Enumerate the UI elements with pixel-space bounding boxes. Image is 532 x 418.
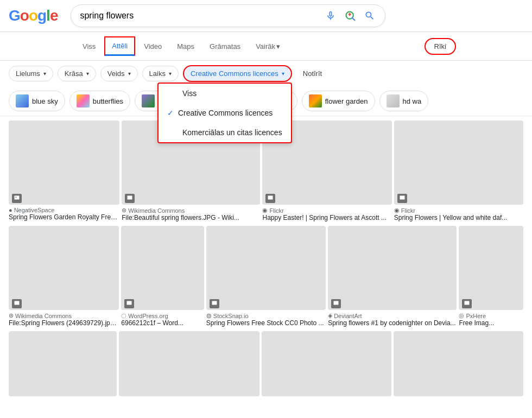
image-source: ◈ DeviantArt: [328, 312, 457, 319]
suggestion-flower-garden[interactable]: flower garden: [302, 91, 375, 111]
image-badge: [210, 299, 219, 308]
svg-rect-8: [127, 301, 132, 305]
image-source: ● NegativeSpace: [9, 207, 119, 213]
image-card[interactable]: [9, 331, 117, 396]
image-source: ◉ Flickr: [262, 207, 391, 214]
image-info: ◉ Flickr Spring Flowers | Yellow and whi…: [394, 205, 523, 224]
tab-maps[interactable]: Maps: [170, 38, 201, 55]
image-info: ◎ PxHere Free Imag...: [459, 310, 523, 329]
riki-button[interactable]: Rīki: [425, 38, 456, 55]
veids-label: Veids: [107, 69, 125, 78]
filter-row: Lielums ▾ Krāsa ▾ Veids ▾ Laiks ▾ Creati…: [0, 61, 532, 86]
image-thumbnail: [119, 331, 259, 396]
source-icon: ◌: [121, 312, 126, 319]
voice-search-icon[interactable]: [324, 9, 337, 22]
source-icon: ⊛: [9, 312, 14, 319]
dropdown-komercialas-label: Komerciālas un citas licences: [182, 128, 282, 137]
lielums-chevron-icon: ▾: [43, 71, 46, 77]
image-card[interactable]: ◈ DeviantArt Spring flowers #1 by codeni…: [328, 226, 457, 329]
image-source: ⊛ Wikimedia Commons: [122, 207, 260, 214]
veids-chevron-icon: ▾: [128, 71, 131, 77]
source-icon: ◎: [459, 312, 464, 319]
image-card[interactable]: [119, 331, 259, 396]
image-badge: [331, 299, 341, 308]
image-card[interactable]: ◍ StockSnap.io Spring Flowers Free Stock…: [206, 226, 326, 329]
usage-rights-chevron-icon: ▾: [282, 71, 284, 77]
dropdown-viss-label: Viss: [182, 89, 197, 98]
suggestion-hd-wa[interactable]: hd wa: [379, 91, 429, 111]
image-info: ◌ WordPress.org 6966212c1f – Word...: [121, 310, 204, 329]
search-input[interactable]: [80, 11, 324, 21]
source-name: Wikimedia Commons: [128, 207, 185, 214]
svg-rect-7: [15, 301, 20, 305]
image-badge: [12, 194, 22, 203]
svg-rect-11: [465, 301, 470, 305]
image-title: Free Imag...: [459, 319, 523, 327]
image-title: Spring flowers #1 by codenighter on Devi…: [328, 319, 457, 327]
image-thumbnail: [262, 331, 391, 396]
laiks-label: Laiks: [149, 69, 166, 78]
image-thumbnail: [9, 121, 119, 205]
search-bar: [71, 4, 385, 27]
source-name: Flickr: [269, 207, 283, 214]
image-card[interactable]: [394, 331, 523, 396]
image-info: ● NegativeSpace Spring Flowers Garden Ro…: [9, 205, 119, 223]
header: Google: [0, 0, 532, 32]
lielums-filter[interactable]: Lielums ▾: [9, 66, 53, 81]
krasa-label: Krāsa: [65, 69, 83, 78]
source-name: Wikimedia Commons: [15, 313, 72, 319]
laiks-chevron-icon: ▾: [169, 71, 172, 77]
lielums-label: Lielums: [16, 69, 40, 78]
search-icon[interactable]: [363, 9, 376, 22]
source-name: DeviantArt: [334, 313, 362, 319]
suggestion-butterflies[interactable]: butterflies: [69, 91, 130, 111]
tab-gramatas[interactable]: Grāmatas: [203, 38, 247, 55]
image-card[interactable]: [262, 331, 391, 396]
image-card[interactable]: ◎ PxHere Free Imag...: [459, 226, 523, 329]
image-thumbnail: [9, 331, 117, 396]
image-info: ⊛ Wikimedia Commons File:Spring Flowers …: [9, 310, 119, 329]
image-info: ◈ DeviantArt Spring flowers #1 by codeni…: [328, 310, 457, 329]
tab-vairak-label: Vairāk: [256, 42, 275, 50]
tab-video[interactable]: Video: [137, 38, 168, 55]
image-source: ◍ StockSnap.io: [206, 312, 326, 319]
veids-filter[interactable]: Veids ▾: [100, 66, 138, 81]
dropdown-item-viss[interactable]: Viss: [159, 84, 291, 103]
source-name: NegativeSpace: [14, 207, 55, 213]
tab-atteli[interactable]: Attēli: [104, 36, 135, 56]
image-card[interactable]: ◉ Flickr Spring Flowers | Yellow and whi…: [394, 121, 523, 224]
source-name: StockSnap.io: [213, 313, 249, 319]
chip-thumb-butterflies: [77, 94, 90, 107]
image-title: Happy Easter! | Spring Flowers at Ascott…: [262, 214, 391, 221]
image-info: ◍ StockSnap.io Spring Flowers Free Stock…: [206, 310, 326, 329]
usage-rights-filter[interactable]: Creative Commons licences ▾: [183, 65, 292, 82]
suggestion-blue-sky[interactable]: blue sky: [9, 91, 65, 111]
image-info: ⊛ Wikimedia Commons File:Beautiful sprin…: [122, 205, 260, 224]
lens-icon[interactable]: [344, 9, 357, 22]
laiks-filter[interactable]: Laiks ▾: [142, 66, 179, 81]
image-source: ◌ WordPress.org: [121, 312, 204, 319]
svg-rect-4: [128, 196, 132, 200]
krasa-filter[interactable]: Krāsa ▾: [58, 66, 96, 81]
chip-thumb-hd-wa: [387, 94, 400, 107]
image-card[interactable]: ◌ WordPress.org 6966212c1f – Word...: [121, 226, 204, 329]
image-thumbnail: [9, 226, 119, 310]
image-card[interactable]: ⊛ Wikimedia Commons File:Spring Flowers …: [9, 226, 119, 329]
svg-rect-5: [268, 196, 273, 200]
dropdown-cc-label: Creative Commons licences: [178, 109, 273, 117]
image-title: Spring Flowers Garden Royalty Free ...: [9, 213, 119, 221]
image-thumbnail: [459, 226, 523, 310]
image-title: File:Spring Flowers (249639729).jpeg ...: [9, 319, 119, 327]
tab-viss[interactable]: Viss: [76, 38, 102, 55]
dropdown-item-creative-commons[interactable]: ✓ Creative Commons licences: [159, 103, 291, 123]
images-row-3: [9, 331, 523, 396]
dropdown-item-komercialas[interactable]: Komerciālas un citas licences: [159, 123, 291, 142]
image-badge: [397, 194, 407, 203]
tab-vairak[interactable]: Vairāk ▾: [249, 38, 287, 55]
svg-rect-9: [212, 301, 217, 305]
usage-rights-label: Creative Commons licences: [191, 69, 278, 78]
image-title: Spring Flowers | Yellow and white daf...: [394, 214, 523, 221]
notirit-button[interactable]: Notīrīt: [296, 66, 328, 81]
image-card[interactable]: ● NegativeSpace Spring Flowers Garden Ro…: [9, 121, 119, 224]
source-icon: ●: [9, 207, 12, 213]
